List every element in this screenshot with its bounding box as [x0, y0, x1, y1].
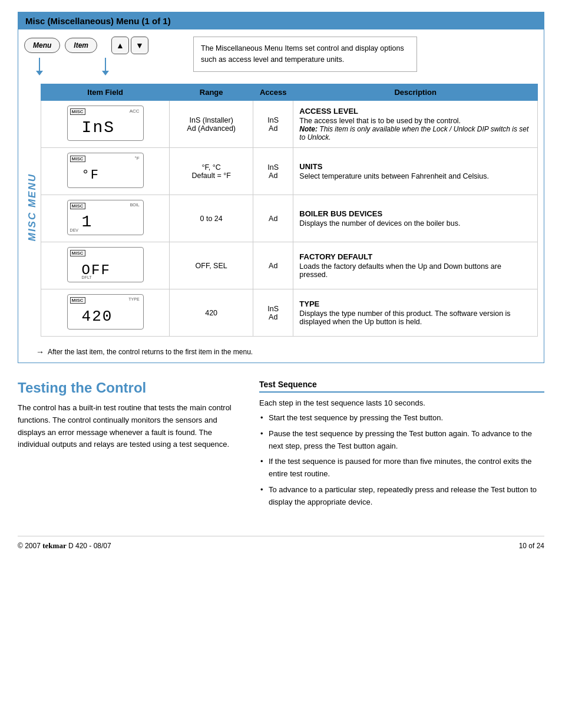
down-arrow-button[interactable]: ▼: [131, 37, 148, 54]
arrow-buttons-group: ▲ ▼: [111, 37, 148, 54]
test-seq-title: Test Sequence: [259, 380, 544, 393]
testing-title: Testing the Control: [18, 380, 242, 396]
page-footer: © 2007 tekmar D 420 - 08/07 10 of 24: [18, 536, 544, 551]
lcd-display-type: MISC TYPE 420: [67, 294, 144, 330]
brand-name: tekmar: [42, 541, 66, 550]
doc-code: D 420 - 08/07: [68, 542, 111, 550]
controls-area: Menu Item ▲ ▼: [24, 37, 148, 75]
desc-title-2: UNITS: [299, 162, 531, 171]
range-boiler: 0 to 24: [170, 195, 253, 242]
lcd-display-boiler: MISC BOIL DEV 1: [67, 200, 144, 235]
lcd-boil-label: BOIL: [130, 203, 140, 207]
access-access-level: InSAd: [253, 101, 293, 148]
col-access: Access: [253, 84, 293, 101]
desc-type: TYPE Displays the type number of this pr…: [293, 289, 538, 337]
desc-access-level: ACCESS LEVEL The access level that is to…: [293, 101, 538, 148]
table-row: MISC ACC InS InS (Installer)Ad (Advanced…: [41, 101, 538, 148]
item-field-boiler: MISC BOIL DEV 1: [41, 195, 170, 242]
item-button[interactable]: Item: [65, 38, 97, 53]
col-description: Description: [293, 84, 538, 101]
lcd-value-3: 1: [82, 213, 93, 231]
misc-top-area: Menu Item ▲ ▼ T: [18, 29, 544, 78]
access-factory: Ad: [253, 242, 293, 289]
lcd-display-units: MISC °F °F: [67, 153, 144, 188]
lcd-misc-tag-3: MISC: [70, 203, 85, 209]
desc-factory: FACTORY DEFAULT Loads the factory defaul…: [293, 242, 538, 289]
item-field-access-level: MISC ACC InS: [41, 101, 170, 148]
testing-right: Test Sequence Each step in the test sequ…: [259, 380, 544, 512]
range-units: °F, °CDefault = °F: [170, 148, 253, 195]
table-row: MISC TYPE 420 420 InSAd TYPE Displays th…: [41, 289, 538, 337]
testing-left: Testing the Control The control has a bu…: [18, 380, 242, 451]
testing-body: The control has a built-in test routine …: [18, 402, 242, 451]
table-header-row: Item Field Range Access Description: [41, 84, 538, 101]
testing-section: Testing the Control The control has a bu…: [18, 380, 544, 512]
misc-menu-section: Misc (Miscellaneous) Menu (1 of 1) Menu …: [18, 12, 544, 363]
misc-vertical-label: MISC MENU: [24, 173, 41, 241]
desc-title-3: BOILER BUS DEVICES: [299, 209, 531, 218]
col-range: Range: [170, 84, 253, 101]
range-access-level: InS (Installer)Ad (Advanced): [170, 101, 253, 148]
table-row: MISC DFLT OFF OFF, SEL Ad FACTORY DEFAUL…: [41, 242, 538, 289]
lcd-misc-tag-4: MISC: [70, 250, 85, 256]
lcd-display-access: MISC ACC InS: [67, 106, 144, 141]
arrow-icon: →: [36, 347, 44, 357]
lcd-misc-tag-1: MISC: [70, 108, 85, 115]
lcd-units-label: °F: [135, 156, 140, 161]
range-type: 420: [170, 289, 253, 337]
table-row: MISC °F °F °F, °CDefault = °F InSAd UNIT…: [41, 148, 538, 195]
menu-button[interactable]: Menu: [24, 38, 60, 53]
desc-title-1: ACCESS LEVEL: [299, 107, 531, 116]
access-boiler: Ad: [253, 195, 293, 242]
item-field-factory: MISC DFLT OFF: [41, 242, 170, 289]
misc-description-box: The Miscellaneous Menu Items set control…: [193, 37, 417, 72]
lcd-dev-label: DEV: [70, 228, 78, 232]
down-arrow-2: [102, 58, 109, 75]
desc-body-5: Displays the type number of this product…: [299, 309, 531, 326]
footer-brand: © 2007 tekmar D 420 - 08/07: [18, 541, 111, 551]
down-arrow-1: [36, 58, 43, 75]
lcd-misc-tag-2: MISC: [70, 156, 85, 162]
lcd-display-factory: MISC DFLT OFF: [67, 247, 144, 282]
misc-menu-title: Misc (Miscellaneous) Menu (1 of 1): [18, 12, 544, 29]
misc-table-wrapper: Item Field Range Access Description MISC…: [41, 78, 538, 337]
lcd-type-label: TYPE: [128, 297, 139, 301]
lcd-value-5: 420: [82, 308, 113, 325]
lcd-value-1: InS: [82, 118, 115, 137]
table-row: MISC BOIL DEV 1 0 to 24 Ad BOILER BUS DE…: [41, 195, 538, 242]
test-seq-intro: Each step in the test sequence lasts 10 …: [259, 398, 544, 407]
desc-title-5: TYPE: [299, 299, 531, 308]
footer-note-text: After the last item, the control returns…: [48, 348, 253, 356]
desc-units: UNITS Select temperature units between F…: [293, 148, 538, 195]
list-item: Start the test sequence by pressing the …: [259, 412, 544, 424]
range-factory: OFF, SEL: [170, 242, 253, 289]
desc-body-4: Loads the factory defaults when the Up a…: [299, 262, 531, 279]
desc-note-1: Note: This item is only available when t…: [299, 125, 531, 141]
test-seq-list: Start the test sequence by pressing the …: [259, 412, 544, 509]
page-number: 10 of 24: [519, 542, 544, 550]
list-item: If the test sequence is paused for more …: [259, 456, 544, 480]
misc-footer-note: → After the last item, the control retur…: [36, 347, 544, 357]
button-row: Menu Item ▲ ▼: [24, 37, 148, 54]
item-field-type: MISC TYPE 420: [41, 289, 170, 337]
misc-description-text: The Miscellaneous Menu Items set control…: [201, 44, 404, 64]
access-type: InSAd: [253, 289, 293, 337]
lcd-value-2: °F: [82, 168, 100, 183]
list-item: To advance to a particular step, repeate…: [259, 484, 544, 509]
copyright-text: © 2007: [18, 542, 41, 550]
desc-title-4: FACTORY DEFAULT: [299, 252, 531, 261]
desc-body-1: The access level that is to be used by t…: [299, 117, 531, 125]
up-arrow-button[interactable]: ▲: [111, 37, 129, 54]
lcd-misc-tag-5: MISC: [70, 297, 85, 304]
desc-boiler: BOILER BUS DEVICES Displays the number o…: [293, 195, 538, 242]
desc-body-2: Select temperature units between Fahrenh…: [299, 172, 531, 180]
lcd-acc-label: ACC: [130, 108, 140, 114]
misc-table: Item Field Range Access Description MISC…: [41, 84, 538, 337]
table-area: MISC MENU Item Field Range Access Descri…: [18, 78, 544, 342]
list-item: Pause the test sequence by pressing the …: [259, 428, 544, 453]
col-item-field: Item Field: [41, 84, 170, 101]
item-field-units: MISC °F °F: [41, 148, 170, 195]
lcd-value-4: OFF: [82, 262, 111, 278]
desc-body-3: Displays the number of devices on the bo…: [299, 219, 531, 228]
down-arrows: [24, 58, 148, 75]
